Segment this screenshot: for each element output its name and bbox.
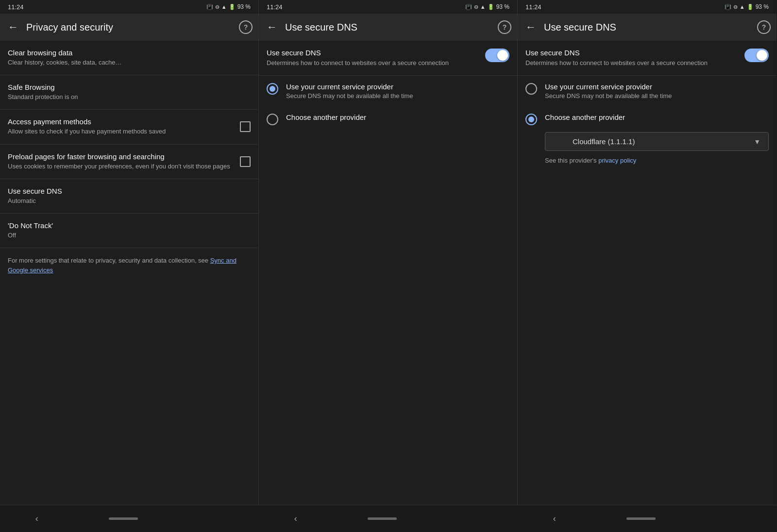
battery-icon-3: 🔋 xyxy=(747,4,754,10)
status-bar-2: 11:24 📳 ⊖ ▲ 🔋 93 % xyxy=(259,0,517,14)
page-title-3: Use secure DNS xyxy=(544,22,751,33)
footer-info: For more settings that relate to privacy… xyxy=(0,248,258,283)
radio-circle-1 xyxy=(267,83,278,95)
setting-subtitle: Uses cookies to remember your preference… xyxy=(8,162,240,171)
setting-preload[interactable]: Preload pages for faster browsing and se… xyxy=(0,145,258,179)
nav-pill-3 xyxy=(626,517,656,520)
setting-title: Use secure DNS xyxy=(8,187,251,195)
dns-toggle-switch-2[interactable] xyxy=(744,49,769,62)
page-title-1: Privacy and security xyxy=(26,22,233,33)
radio-circle-4 xyxy=(525,114,537,125)
setting-secure-dns[interactable]: Use secure DNS Automatic xyxy=(0,179,258,214)
setting-title: Safe Browsing xyxy=(8,83,251,91)
setting-title: Access payment methods xyxy=(8,117,240,126)
setting-clear-browsing[interactable]: Clear browsing data Clear history, cooki… xyxy=(0,41,258,75)
dns-toggle-section-1: Use secure DNS Determines how to connect… xyxy=(259,41,517,76)
footer-nav: ‹ ‹ ‹ xyxy=(0,505,777,532)
status-bar-1: 11:24 📳 ⊖ ▲ 🔋 93 % xyxy=(0,0,258,14)
dns-toggle-subtitle-2: Determines how to connect to websites ov… xyxy=(525,59,708,67)
back-button-3[interactable]: ← xyxy=(524,19,538,35)
dns-toggle-title-1: Use secure DNS xyxy=(267,49,449,57)
radio-label: Choose another provider xyxy=(545,113,769,121)
toolbar-1: ← Privacy and security ? xyxy=(0,14,258,41)
checkbox-payment[interactable] xyxy=(240,121,251,132)
toolbar-2: ← Use secure DNS ? xyxy=(259,14,517,41)
footer-panel-3: ‹ xyxy=(518,505,777,532)
setting-subtitle: Clear history, cookies, site data, cache… xyxy=(8,58,251,67)
dropdown-value: Cloudflare (1.1.1.1) xyxy=(573,137,635,146)
nav-back-3[interactable]: ‹ xyxy=(553,514,556,524)
dns-toggle-switch-1[interactable] xyxy=(485,49,509,62)
nav-pill-2 xyxy=(368,517,397,520)
nav-back-1[interactable]: ‹ xyxy=(35,514,38,524)
setting-do-not-track[interactable]: 'Do Not Track' Off xyxy=(0,214,258,248)
radio-current-provider-1[interactable]: Use your current service provider Secure… xyxy=(259,76,517,106)
radio-sublabel: Secure DNS may not be available all the … xyxy=(545,92,769,100)
nav-back-2[interactable]: ‹ xyxy=(294,514,297,524)
radio-circle-3 xyxy=(525,83,537,95)
setting-access-payment[interactable]: Access payment methods Allow sites to ch… xyxy=(0,110,258,144)
setting-subtitle: Standard protection is on xyxy=(8,93,251,101)
time-1: 11:24 xyxy=(8,3,24,11)
battery-2: 93 % xyxy=(496,3,509,10)
radio-label: Use your current service provider xyxy=(545,83,769,91)
toolbar-3: ← Use secure DNS ? xyxy=(518,14,777,41)
settings-list: Clear browsing data Clear history, cooki… xyxy=(0,41,258,505)
nav-pill-1 xyxy=(109,517,138,520)
radio-another-provider-2[interactable]: Choose another provider xyxy=(518,106,777,132)
dns-toggle-subtitle-1: Determines how to connect to websites ov… xyxy=(267,59,449,67)
privacy-policy-link[interactable]: privacy policy xyxy=(598,157,636,164)
setting-subtitle: Allow sites to check if you have payment… xyxy=(8,127,240,136)
dropdown-arrow-icon: ▼ xyxy=(754,138,760,146)
dns-toggle-section-2: Use secure DNS Determines how to connect… xyxy=(518,41,777,76)
vibrate-icon-2: 📳 xyxy=(465,4,472,10)
radio-another-provider-1[interactable]: Choose another provider xyxy=(259,106,517,132)
back-button-1[interactable]: ← xyxy=(6,19,20,35)
setting-safe-browsing[interactable]: Safe Browsing Standard protection is on xyxy=(0,75,258,110)
signal-icon-2: ▲ xyxy=(480,4,486,10)
time-3: 11:24 xyxy=(525,3,541,11)
panel-secure-dns-2: 11:24 📳 ⊖ ▲ 🔋 93 % ← Use secure DNS ? Us… xyxy=(518,0,777,505)
dns-content-1: Use secure DNS Determines how to connect… xyxy=(259,41,517,505)
vibrate-icon-1: 📳 xyxy=(206,4,213,10)
help-icon-2[interactable]: ? xyxy=(498,20,511,34)
do-not-disturb-icon-3: ⊖ xyxy=(733,4,738,10)
dns-toggle-title-2: Use secure DNS xyxy=(525,49,708,57)
setting-title: Preload pages for faster browsing and se… xyxy=(8,152,240,161)
dns-content-2: Use secure DNS Determines how to connect… xyxy=(518,41,777,505)
time-2: 11:24 xyxy=(267,3,283,11)
checkbox-preload[interactable] xyxy=(240,156,251,167)
vibrate-icon-3: 📳 xyxy=(725,4,731,10)
cloudflare-dropdown[interactable]: Cloudflare (1.1.1.1) ▼ xyxy=(545,132,769,151)
footer-panel-1: ‹ xyxy=(0,505,259,532)
setting-subtitle: Automatic xyxy=(8,197,251,205)
panel-secure-dns-1: 11:24 📳 ⊖ ▲ 🔋 93 % ← Use secure DNS ? Us… xyxy=(259,0,518,505)
radio-label: Choose another provider xyxy=(286,113,509,121)
radio-label: Use your current service provider xyxy=(286,83,509,91)
help-icon-1[interactable]: ? xyxy=(239,20,253,34)
privacy-policy-row: See this provider's privacy policy xyxy=(518,155,777,170)
status-bar-3: 11:24 📳 ⊖ ▲ 🔋 93 % xyxy=(518,0,777,14)
radio-circle-2 xyxy=(267,114,278,125)
footer-panel-2: ‹ xyxy=(259,505,518,532)
battery-3: 93 % xyxy=(756,3,769,10)
setting-title: 'Do Not Track' xyxy=(8,221,251,230)
help-icon-3[interactable]: ? xyxy=(757,20,771,34)
battery-icon-2: 🔋 xyxy=(488,4,494,10)
radio-sublabel: Secure DNS may not be available all the … xyxy=(286,92,509,100)
setting-subtitle: Off xyxy=(8,231,251,240)
do-not-disturb-icon-2: ⊖ xyxy=(474,4,478,10)
setting-title: Clear browsing data xyxy=(8,49,251,57)
radio-current-provider-2[interactable]: Use your current service provider Secure… xyxy=(518,76,777,106)
panel-privacy: 11:24 📳 ⊖ ▲ 🔋 93 % ← Privacy and securit… xyxy=(0,0,259,505)
page-title-2: Use secure DNS xyxy=(285,22,492,33)
back-button-2[interactable]: ← xyxy=(265,19,279,35)
battery-icon-1: 🔋 xyxy=(229,4,236,10)
battery-1: 93 % xyxy=(237,3,251,10)
do-not-disturb-icon-1: ⊖ xyxy=(215,4,220,10)
signal-icon-3: ▲ xyxy=(740,4,745,10)
signal-icon-1: ▲ xyxy=(221,4,227,10)
